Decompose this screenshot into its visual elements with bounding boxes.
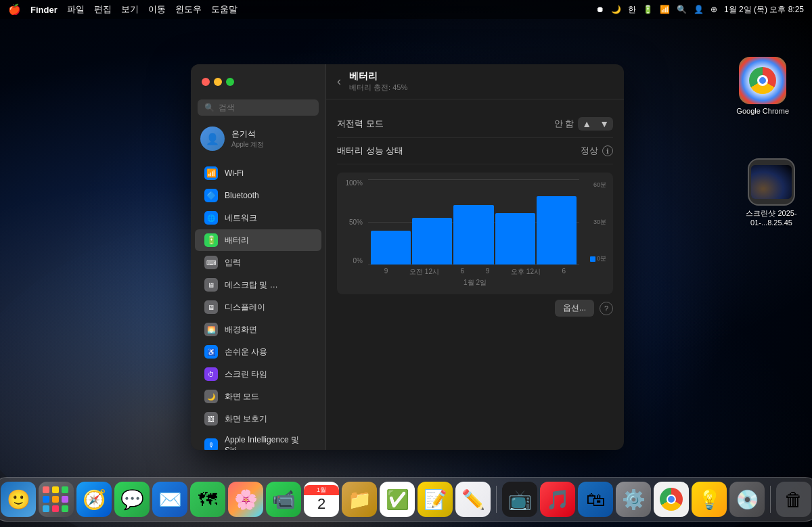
desktop-icon-chrome[interactable]: Google Chrome [734, 54, 792, 118]
menubar-user-icon[interactable]: 👤 [694, 5, 704, 14]
sidebar-item-input[interactable]: ⌨ 입력 [195, 252, 321, 273]
sidebar-item-display[interactable]: 🖥 디스플레이 [195, 296, 321, 318]
dock-messages[interactable]: 💬 [114, 482, 150, 517]
traffic-lights [202, 78, 234, 86]
dock-bulb[interactable]: 💡 [692, 482, 727, 517]
input-icon: ⌨ [204, 256, 218, 269]
help-button[interactable]: ? [600, 302, 613, 315]
sidebar-item-accessibility[interactable]: ♿ 손쉬운 사용 [195, 341, 321, 363]
search-icon: 🔍 [204, 103, 215, 112]
minimize-button[interactable] [214, 78, 222, 86]
info-button[interactable]: ℹ [602, 145, 613, 156]
dock-safari[interactable]: 🧭 [76, 482, 112, 517]
menubar-datetime: 1월 2일 (목) 오후 8:25 [724, 4, 804, 16]
desktop-icon-screenshot[interactable]: 스크린샷 2025-01-...8.25.45 [742, 156, 801, 229]
main-body: 저전력 모드 안 함 ▲ ▼ 배터리 성능 상태 정상 ℹ [326, 99, 624, 450]
dock-notes[interactable]: 📝 [418, 482, 453, 517]
sidebar-search[interactable]: 🔍 [198, 99, 319, 116]
dock-trash[interactable]: 🗑 [776, 482, 811, 517]
dock-chrome[interactable] [654, 482, 689, 517]
menubar-wifi-icon: 📶 [660, 5, 670, 14]
dock-separator-2 [770, 486, 771, 513]
chart-x-midnight: 오후 12시 [511, 267, 541, 277]
main-title: 베터리 [349, 70, 407, 83]
display-icon: 🖥 [204, 300, 218, 314]
bar-2 [412, 218, 452, 265]
sidebar-item-screentime[interactable]: ⏱ 스크린 타임 [195, 363, 321, 385]
screentime-icon: ⏱ [204, 367, 218, 381]
bar-1 [371, 231, 411, 265]
sidebar-item-screenmode[interactable]: 🌙 화면 모드 [195, 386, 321, 407]
menubar-help[interactable]: 도움말 [211, 3, 238, 16]
screensaver-icon: 🖼 [204, 412, 218, 426]
options-bar: 옵션... ? [337, 294, 613, 317]
chart-y-0: 0% [344, 257, 363, 265]
bar-5 [537, 196, 577, 265]
menubar-lang[interactable]: 한 [628, 4, 636, 16]
user-sub: Apple 계정 [231, 140, 264, 150]
dock-finder[interactable]: 🙂 [1, 482, 36, 517]
sidebar-item-network[interactable]: 🌐 네트워크 [195, 207, 321, 229]
chart-time-30: 30분 [590, 218, 606, 227]
back-button[interactable]: ‹ [337, 74, 341, 89]
sidebar-item-screensaver[interactable]: 🖼 화면 보호기 [195, 408, 321, 430]
dock-launchpad[interactable] [39, 482, 74, 517]
sidebar-input-label: 입력 [225, 257, 241, 269]
chart-y-50: 50% [344, 219, 363, 226]
menubar: 🍎 Finder 파일 편집 보기 이동 윈도우 도움말 ⏺ 🌙 한 🔋 📶 🔍… [0, 0, 812, 19]
dock-diskutil[interactable]: 💿 [729, 482, 765, 517]
bluetooth-icon: 🔷 [204, 189, 218, 202]
menubar-battery-icon: 🔋 [643, 5, 653, 14]
screenmode-icon: 🌙 [204, 390, 218, 403]
apple-menu[interactable]: 🍎 [8, 3, 21, 16]
menubar-finder[interactable]: Finder [30, 5, 58, 15]
dock-appletv[interactable]: 📺 [502, 482, 537, 517]
sidebar-user[interactable]: 👤 은기석 Apple 계정 [191, 121, 325, 156]
dock-sysprefs[interactable]: ⚙️ [616, 482, 651, 517]
stepper-down[interactable]: ▼ [595, 117, 613, 131]
menubar-control-icon[interactable]: ⊕ [710, 5, 717, 14]
dock-appstore[interactable]: 🛍 [578, 482, 613, 517]
sidebar-item-bluetooth[interactable]: 🔷 Bluetooth [195, 185, 321, 206]
menubar-file[interactable]: 파일 [67, 3, 85, 16]
chart-x-9am: 9 [384, 267, 388, 277]
sysprefs-sidebar: 🔍 👤 은기석 Apple 계정 📶 Wi-Fi 🔷 Bluetooth 🌐 네… [191, 64, 326, 450]
sidebar-screentime-label: 스크린 타임 [225, 369, 267, 380]
sidebar-item-siri[interactable]: 🎙 Apple Intelligence 및 Siri [195, 430, 321, 450]
dock-files[interactable]: 📁 [342, 482, 377, 517]
sidebar-item-wifi[interactable]: 📶 Wi-Fi [195, 162, 321, 184]
screenshot-icon-label: 스크린샷 2025-01-...8.25.45 [744, 208, 798, 227]
menubar-go[interactable]: 이동 [148, 3, 166, 16]
close-button[interactable] [202, 78, 210, 86]
fullscreen-button[interactable] [226, 78, 234, 86]
dock-music[interactable]: 🎵 [540, 482, 575, 517]
dock-reminders[interactable]: ✅ [380, 482, 415, 517]
stepper-up[interactable]: ▲ [578, 117, 595, 131]
sidebar-item-battery[interactable]: 🔋 배터리 [195, 229, 321, 251]
chart-time-60: 60분 [590, 181, 606, 189]
sidebar-item-wallpaper[interactable]: 🌅 배경화면 [195, 319, 321, 340]
search-input[interactable] [219, 103, 312, 112]
menubar-window[interactable]: 윈도우 [175, 3, 202, 16]
accessibility-icon: ♿ [204, 345, 218, 359]
siri-icon: 🎙 [204, 438, 218, 451]
dock-facetime[interactable]: 📹 [266, 482, 301, 517]
dock-separator [496, 486, 497, 513]
sidebar-wallpaper-label: 배경화면 [225, 324, 257, 336]
menubar-view[interactable]: 보기 [121, 3, 139, 16]
dock-photos[interactable]: 🌸 [228, 482, 263, 517]
options-button[interactable]: 옵션... [555, 300, 594, 317]
battery-chart: 100% 50% 0% [337, 173, 613, 294]
dock-mail[interactable]: ✉️ [152, 482, 187, 517]
low-power-stepper[interactable]: ▲ ▼ [578, 117, 613, 131]
low-power-row: 저전력 모드 안 함 ▲ ▼ [337, 110, 613, 138]
screenshot-icon-img [748, 158, 795, 206]
dock-freeform[interactable]: ✏️ [455, 482, 491, 517]
menubar-edit[interactable]: 편집 [94, 3, 112, 16]
dock-maps[interactable]: 🗺 [190, 482, 225, 517]
sidebar-item-desktop[interactable]: 🖥 데스크탑 및 … [195, 274, 321, 296]
menubar-search-icon[interactable]: 🔍 [677, 5, 687, 14]
dock-calendar[interactable]: 1월 2 [304, 482, 339, 517]
wallpaper-icon: 🌅 [204, 323, 218, 336]
sidebar-siri-label: Apple Intelligence 및 Siri [225, 434, 312, 450]
